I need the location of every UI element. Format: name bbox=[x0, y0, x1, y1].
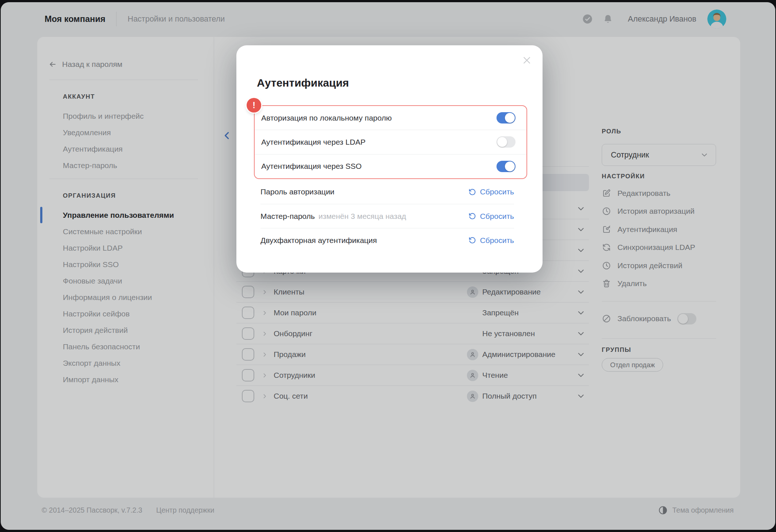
toggle-label: Авторизация по локальному паролю bbox=[261, 114, 497, 122]
reset-row-label: Мастер-пароль bbox=[260, 212, 315, 221]
auth-reset-row: Двухфакторная аутентификацияСбросить bbox=[260, 228, 514, 252]
toggle-switch[interactable] bbox=[497, 112, 516, 123]
reset-row-note: изменён 3 месяца назад bbox=[319, 212, 406, 221]
auth-modal: Аутентификация ! Авторизация по локально… bbox=[236, 45, 543, 273]
auth-reset-row: Мастер-парольизменён 3 месяца назадСброс… bbox=[260, 204, 514, 228]
toggle-knob bbox=[505, 162, 515, 171]
reset-label: Сбросить bbox=[480, 212, 514, 221]
toggle-label: Аутентификация через LDAP bbox=[261, 138, 497, 147]
reset-icon bbox=[468, 236, 476, 244]
screenshot-root: Моя компания Настройки и пользователи Ал… bbox=[0, 0, 776, 532]
auth-toggle-row: Авторизация по локальному паролю bbox=[255, 106, 526, 130]
toggle-knob bbox=[505, 113, 515, 123]
toggle-knob bbox=[497, 137, 507, 147]
reset-link[interactable]: Сбросить bbox=[468, 187, 514, 196]
reset-icon bbox=[468, 212, 476, 220]
reset-link[interactable]: Сбросить bbox=[468, 236, 514, 245]
auth-toggle-row: Аутентификация через LDAP bbox=[255, 130, 526, 154]
reset-label: Сбросить bbox=[480, 187, 514, 196]
reset-row-label: Двухфакторная аутентификация bbox=[260, 236, 377, 245]
toggle-switch[interactable] bbox=[497, 136, 516, 148]
auth-reset-row: Пароль авторизацииСбросить bbox=[260, 180, 514, 204]
reset-row-label: Пароль авторизации bbox=[260, 187, 334, 196]
reset-icon bbox=[468, 188, 476, 196]
app-window: Моя компания Настройки и пользователи Ал… bbox=[1, 2, 775, 530]
auth-reset-rows: Пароль авторизацииСброситьМастер-парольи… bbox=[260, 180, 514, 252]
error-badge: ! bbox=[247, 98, 261, 113]
reset-link[interactable]: Сбросить bbox=[468, 212, 514, 221]
toggle-switch[interactable] bbox=[497, 161, 516, 172]
modal-title: Аутентификация bbox=[257, 77, 349, 89]
close-icon[interactable] bbox=[521, 54, 533, 66]
reset-label: Сбросить bbox=[480, 236, 514, 245]
auth-toggle-group: Авторизация по локальному паролюАутентиф… bbox=[254, 105, 527, 179]
auth-toggle-row: Аутентификация через SSO bbox=[255, 154, 526, 178]
toggle-label: Аутентификация через SSO bbox=[261, 162, 497, 171]
